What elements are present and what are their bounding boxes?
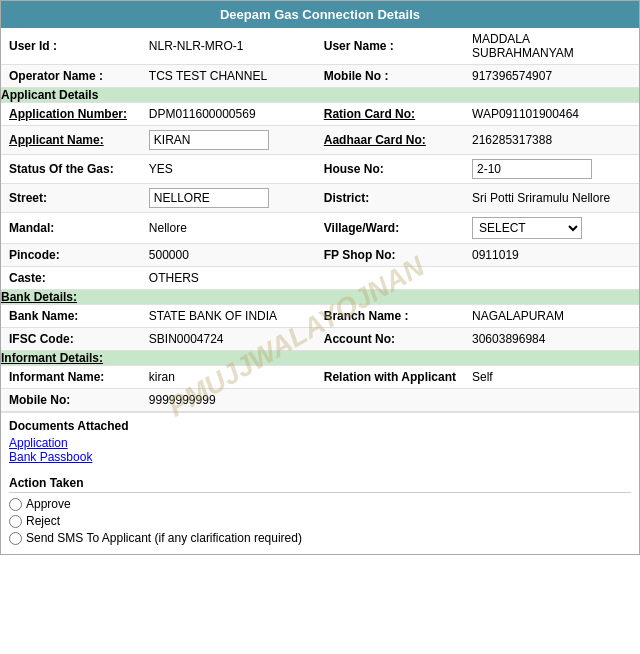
action-section: Action Taken Approve Reject Send SMS To … bbox=[1, 470, 639, 554]
bank-name-label: Bank Name: bbox=[1, 305, 141, 328]
applicant-name-label: Applicant Name: bbox=[1, 126, 141, 155]
bank-name-value: STATE BANK OF INDIA bbox=[141, 305, 316, 328]
ifsc-label: IFSC Code: bbox=[1, 328, 141, 351]
aadhaar-value: 216285317388 bbox=[464, 126, 639, 155]
user-name-label: User Name : bbox=[316, 28, 464, 65]
approve-radio[interactable] bbox=[9, 498, 22, 511]
ration-card-value: WAP091101900464 bbox=[464, 103, 639, 126]
informant-name-label: Informant Name: bbox=[1, 366, 141, 389]
branch-name-value: NAGALAPURAM bbox=[464, 305, 639, 328]
doc1-link[interactable]: Application bbox=[9, 436, 631, 450]
ifsc-value: SBIN0004724 bbox=[141, 328, 316, 351]
status-gas-label: Status Of the Gas: bbox=[1, 155, 141, 184]
approve-row: Approve bbox=[9, 497, 631, 511]
reject-radio[interactable] bbox=[9, 515, 22, 528]
house-no-input[interactable] bbox=[472, 159, 592, 179]
informant-details-header: Informant Details: bbox=[1, 351, 639, 366]
page-title: Deepam Gas Connection Details bbox=[1, 1, 639, 28]
reject-label: Reject bbox=[26, 514, 60, 528]
district-label: District: bbox=[316, 184, 464, 213]
bank-details-header: Bank Details: bbox=[1, 290, 639, 305]
documents-section: Documents Attached Application Bank Pass… bbox=[1, 412, 639, 470]
user-id-label: User Id : bbox=[1, 28, 141, 65]
village-select[interactable]: SELECT bbox=[472, 217, 582, 239]
house-no-field[interactable] bbox=[464, 155, 639, 184]
house-no-label: House No: bbox=[316, 155, 464, 184]
caste-label: Caste: bbox=[1, 267, 141, 290]
informant-name-value: kiran bbox=[141, 366, 316, 389]
sms-label: Send SMS To Applicant (if any clarificat… bbox=[26, 531, 302, 545]
village-label: Village/Ward: bbox=[316, 213, 464, 244]
status-gas-value: YES bbox=[141, 155, 316, 184]
mandal-value: Nellore bbox=[141, 213, 316, 244]
applicant-details-header: Applicant Details bbox=[1, 88, 639, 103]
account-value: 30603896984 bbox=[464, 328, 639, 351]
mobile-no-value: 917396574907 bbox=[464, 65, 639, 88]
fp-shop-value: 0911019 bbox=[464, 244, 639, 267]
applicant-name-field[interactable] bbox=[141, 126, 316, 155]
village-select-cell[interactable]: SELECT bbox=[464, 213, 639, 244]
branch-name-label: Branch Name : bbox=[316, 305, 464, 328]
fp-shop-label: FP Shop No: bbox=[316, 244, 464, 267]
informant-mobile-label: Mobile No: bbox=[1, 389, 141, 412]
informant-mobile-value: 9999999999 bbox=[141, 389, 316, 412]
aadhaar-label: Aadhaar Card No: bbox=[316, 126, 464, 155]
pincode-value: 500000 bbox=[141, 244, 316, 267]
approve-label: Approve bbox=[26, 497, 71, 511]
sms-row: Send SMS To Applicant (if any clarificat… bbox=[9, 531, 631, 545]
district-value: Sri Potti Sriramulu Nellore bbox=[464, 184, 639, 213]
pincode-label: Pincode: bbox=[1, 244, 141, 267]
street-input[interactable] bbox=[149, 188, 269, 208]
operator-name-value: TCS TEST CHANNEL bbox=[141, 65, 316, 88]
reject-row: Reject bbox=[9, 514, 631, 528]
ration-card-label: Ration Card No: bbox=[316, 103, 464, 126]
app-number-label: Application Number: bbox=[1, 103, 141, 126]
caste-value: OTHERS bbox=[141, 267, 316, 290]
mandal-label: Mandal: bbox=[1, 213, 141, 244]
operator-name-label: Operator Name : bbox=[1, 65, 141, 88]
documents-title: Documents Attached bbox=[9, 419, 631, 433]
sms-radio[interactable] bbox=[9, 532, 22, 545]
user-name-value: MADDALA SUBRAHMANYAM bbox=[464, 28, 639, 65]
relation-label: Relation with Applicant bbox=[316, 366, 464, 389]
applicant-name-input[interactable] bbox=[149, 130, 269, 150]
mobile-no-label: Mobile No : bbox=[316, 65, 464, 88]
app-number-value: DPM011600000569 bbox=[141, 103, 316, 126]
doc2-link[interactable]: Bank Passbook bbox=[9, 450, 631, 464]
account-label: Account No: bbox=[316, 328, 464, 351]
street-field[interactable] bbox=[141, 184, 316, 213]
relation-value: Self bbox=[464, 366, 639, 389]
street-label: Street: bbox=[1, 184, 141, 213]
user-id-value: NLR-NLR-MRO-1 bbox=[141, 28, 316, 65]
action-title: Action Taken bbox=[9, 476, 631, 493]
